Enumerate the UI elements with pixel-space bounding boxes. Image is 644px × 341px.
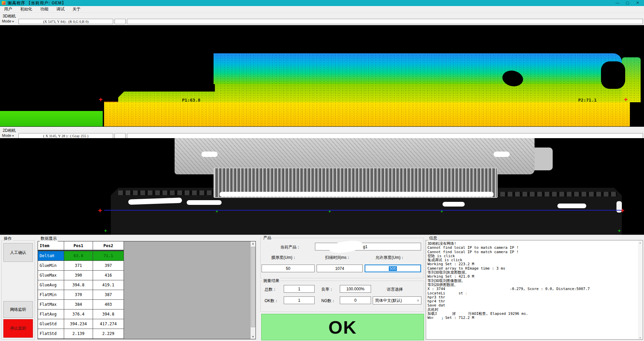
cursor-position-readout-2d: ( X 3145, Y 28 ) : ( Gray 255 ) xyxy=(18,133,113,138)
crosshair-icon: + xyxy=(441,209,443,214)
latch-highlight-right xyxy=(494,152,510,157)
menu-item[interactable]: 调试 xyxy=(52,6,68,13)
glue-line-white-bar xyxy=(220,192,494,197)
table-cell-pos2[interactable]: 416 xyxy=(93,271,124,280)
table-row-item[interactable]: X xyxy=(38,339,64,339)
log-line: hpr3 thr xyxy=(427,295,643,299)
reflection-blob xyxy=(187,200,222,205)
column-header[interactable]: Item xyxy=(38,241,64,250)
table-cell-pos1[interactable]: 394.234 xyxy=(64,319,93,329)
table-row-item[interactable]: FlatStd xyxy=(38,329,64,339)
mode-dropdown-2d[interactable]: Mode ▾ xyxy=(2,133,14,137)
table-cell-pos1[interactable]: 2583.5 xyxy=(64,339,93,339)
network-listen-button[interactable]: 网络监听 xyxy=(3,301,33,318)
table-cell-pos1[interactable]: 394.8 xyxy=(64,280,93,290)
window-controls: — ▢ ✕ xyxy=(612,0,643,6)
table-row-item[interactable]: GlueStd xyxy=(38,319,64,329)
log-line: Working Set : 223.2 M xyxy=(427,262,643,266)
menu-item[interactable]: 初始化 xyxy=(16,6,36,13)
table-cell-pos1[interactable]: 376.4 xyxy=(64,309,93,319)
reflection-blob xyxy=(443,202,465,207)
scroll-down-icon[interactable]: ▼ xyxy=(250,335,256,338)
allow-thickness-label: 允许厚度(Um)： xyxy=(375,255,405,261)
log-line: Cannot find local IP to match camera IP … xyxy=(427,250,643,254)
log-line: X : 3744 /58 Angle : -0.279, Score : 0.0… xyxy=(427,287,643,291)
table-cell-pos1[interactable]: 371 xyxy=(64,261,93,271)
app-icon xyxy=(2,1,6,5)
table-row-item[interactable]: GlueMin xyxy=(38,261,64,271)
menu-bar: 用户初始化功能调试关于 xyxy=(0,6,644,13)
crosshair-icon: + xyxy=(98,207,102,214)
crosshair-icon: + xyxy=(216,209,218,214)
camera2d-view[interactable]: + + + + + + + xyxy=(0,138,644,235)
table-cell-pos2[interactable]: 387 xyxy=(93,290,124,300)
total-field[interactable]: 1 xyxy=(284,285,315,293)
close-icon[interactable]: ✕ xyxy=(633,0,643,6)
table-cell-pos1[interactable]: 370 xyxy=(64,290,93,300)
reflection-blob xyxy=(557,204,586,208)
yield-field[interactable]: 100.000% xyxy=(340,285,371,293)
log-line: Working Set : 421.0 M xyxy=(427,275,643,279)
column-header[interactable]: Pos2 xyxy=(93,241,124,250)
ng-count-field[interactable]: 0 xyxy=(340,296,371,304)
log-line: Cannot find local IP to match camera IP … xyxy=(427,246,643,250)
table-cell-pos1[interactable]: 390 xyxy=(64,271,93,280)
mode-dropdown-3d[interactable]: Mode ▾ xyxy=(2,19,14,23)
table-cell-pos2[interactable]: 419.1 xyxy=(93,280,124,290)
allow-thickness-field[interactable]: 500 xyxy=(365,265,421,272)
current-product-label: 当前产品： xyxy=(280,244,301,250)
log-scrollbar[interactable]: ▲ ▼ xyxy=(638,241,642,340)
heightmap-left-strip xyxy=(0,111,103,126)
table-cell-pos2[interactable]: 403 xyxy=(93,300,124,309)
camera3d-view[interactable]: P1:63.8 P2:71.1 + + xyxy=(0,25,644,127)
table-cell-pos1[interactable]: 384 xyxy=(64,300,93,309)
table-row-item[interactable]: FlatMax xyxy=(38,300,64,309)
info-log-box[interactable]: 3D相机没有网络!Cannot find local IP to match c… xyxy=(426,240,643,340)
statusbox-long-3d xyxy=(127,19,643,24)
table-cell-pos2[interactable]: 7966.7 xyxy=(93,339,124,339)
menu-item[interactable]: 功能 xyxy=(36,6,52,13)
ok-count-field[interactable]: 1 xyxy=(284,296,315,304)
language-combobox[interactable]: 简体中文(默认) ˅ xyxy=(373,296,421,304)
table-row-item[interactable]: DeltaH xyxy=(38,251,64,261)
scrollbar-thumb[interactable] xyxy=(251,247,255,327)
table-cell-pos2[interactable]: 397 xyxy=(93,261,124,271)
table-row-item[interactable]: GlueMax xyxy=(38,271,64,280)
film-thickness-field[interactable]: 50 xyxy=(262,265,315,272)
scroll-up-icon[interactable]: ▲ xyxy=(638,241,642,244)
menu-item[interactable]: 用户 xyxy=(0,6,16,13)
table-cell-pos1[interactable]: 63.8 xyxy=(64,251,93,261)
table-row-item[interactable]: GlueAvg xyxy=(38,280,64,290)
data-grid[interactable]: ItemPos1Pos2DeltaH63.871.1GlueMin371397G… xyxy=(38,241,256,339)
chevron-down-icon: ▾ xyxy=(12,134,14,137)
table-cell-pos2[interactable]: 417.274 xyxy=(93,319,124,329)
scroll-up-icon[interactable]: ▲ xyxy=(250,242,256,245)
column-header[interactable]: Pos1 xyxy=(64,241,93,250)
data-display-group-label: 数据显示 xyxy=(40,236,58,241)
title-bar: 测高程序 【当前用户: OEM】 — ▢ ✕ xyxy=(0,0,644,6)
scroll-down-icon[interactable]: ▼ xyxy=(638,337,642,339)
redaction-blob xyxy=(433,316,443,320)
app-window: 测高程序 【当前用户: OEM】 — ▢ ✕ 用户初始化功能调试关于 3D相机 … xyxy=(0,0,644,341)
result-status-text: OK xyxy=(328,317,357,338)
operation-group-label: 操作 xyxy=(3,236,13,241)
table-cell-pos1[interactable]: 2.139 xyxy=(64,329,93,339)
product-group-label: 产品 xyxy=(262,235,272,241)
data-grid-scrollbar[interactable]: ▲ ▼ xyxy=(250,241,256,339)
p1-measure-label: P1:63.8 xyxy=(182,98,200,103)
menu-item[interactable]: 关于 xyxy=(68,6,85,13)
scan-time-field[interactable]: 1074 xyxy=(317,265,363,272)
table-cell-pos2[interactable]: 394.8 xyxy=(93,309,124,319)
statusbox-long-2d xyxy=(127,133,643,138)
crosshair-icon: + xyxy=(328,209,331,214)
language-combobox-value: 简体中文(默认) xyxy=(373,298,415,303)
stop-listen-button[interactable]: 停止监听 xyxy=(3,319,33,338)
table-row-item[interactable]: FlatAvg xyxy=(38,309,64,319)
minimize-icon[interactable]: — xyxy=(612,0,623,6)
table-row-item[interactable]: FlatMin xyxy=(38,290,64,300)
manual-confirm-button[interactable]: 人工确认 xyxy=(3,243,33,262)
table-cell-pos2[interactable]: 71.1 xyxy=(93,251,124,261)
result-status-panel: OK xyxy=(261,314,424,340)
table-cell-pos2[interactable]: 2.229 xyxy=(93,329,124,339)
maximize-icon[interactable]: ▢ xyxy=(623,0,633,6)
